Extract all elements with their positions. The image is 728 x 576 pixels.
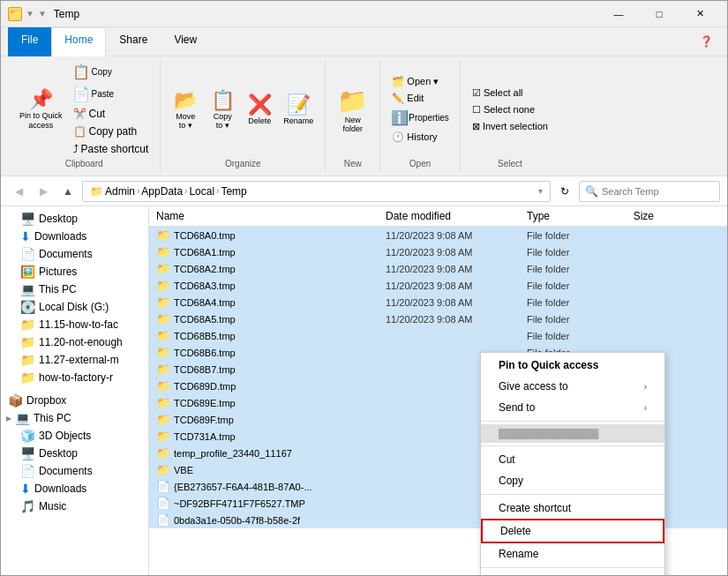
tab-view[interactable]: View <box>161 27 210 56</box>
open-button[interactable]: 🗂️ Open ▾ <box>387 74 453 89</box>
search-box[interactable]: 🔍 <box>579 181 720 202</box>
ctx-give-access[interactable]: Give access to › <box>481 376 664 397</box>
select-all-button[interactable]: ☑ Select all <box>468 86 552 101</box>
ctx-delete[interactable]: Delete <box>481 519 664 543</box>
invert-selection-button[interactable]: ⊠ Invert selection <box>468 119 552 134</box>
sidebar-item-pictures-fav[interactable]: 🖼️ Pictures <box>1 263 148 281</box>
history-button[interactable]: 🕐 History <box>387 130 453 145</box>
table-row[interactable]: 📁 TCD68A5.tmp 11/20/2023 9:08 AM File fo… <box>149 310 727 327</box>
sidebar-item-desktop[interactable]: 🖥️ Desktop <box>1 445 148 462</box>
ctx-create-shortcut[interactable]: Create shortcut <box>481 497 664 519</box>
table-row[interactable]: 📁 TCD68A1.tmp 11/20/2023 9:08 AM File fo… <box>149 243 727 260</box>
back-button[interactable]: ◀ <box>8 181 29 202</box>
ribbon-group-clipboard: 📌 Pin to Quickaccess 📋 Copy 📄 Paste ✂️ C… <box>8 60 161 172</box>
paste-icon: 📄 <box>72 86 90 102</box>
select-none-button[interactable]: ☐ Select none <box>468 102 552 117</box>
properties-button[interactable]: ℹ️ Properties <box>387 108 453 128</box>
file-name: TCD731A.tmp <box>174 431 236 442</box>
table-row[interactable]: 📁 TCD68A3.tmp 11/20/2023 9:08 AM File fo… <box>149 277 727 294</box>
ctx-give-access-label: Give access to <box>499 380 568 393</box>
copy-path-button[interactable]: 📋 Copy path <box>69 123 154 139</box>
col-name-header[interactable]: Name <box>149 208 379 224</box>
table-row[interactable]: 📁 TCD68A2.tmp 11/20/2023 9:08 AM File fo… <box>149 260 727 277</box>
ctx-blurred-field: ████████████████ <box>499 429 598 438</box>
delete-ribbon-button[interactable]: ❌ Delete <box>242 91 277 128</box>
path-sep3: › <box>216 186 219 196</box>
ctx-give-access-arrow: › <box>644 382 647 392</box>
pin-label: Pin to Quickaccess <box>19 111 63 131</box>
app-icon: 📁 <box>8 7 22 21</box>
ctx-rename[interactable]: Rename <box>481 543 664 565</box>
edit-button[interactable]: ✏️ Edit <box>387 91 453 106</box>
sidebar-item-3dobjects[interactable]: 🧊 3D Objects <box>1 427 148 445</box>
sidebar-item-documents-fav[interactable]: 📄 Documents <box>1 245 148 263</box>
path-local: Local <box>189 185 214 198</box>
tab-file[interactable]: File <box>8 27 51 56</box>
sidebar-item-folder1[interactable]: 📁 11.15-how-to-fac <box>1 316 148 333</box>
file-name: ~DF92BFF4711F7F6527.TMP <box>174 498 305 509</box>
copy-button[interactable]: 📋 Copy <box>69 62 154 82</box>
pasteshortcut-label: Paste shortcut <box>81 143 149 155</box>
tab-home[interactable]: Home <box>51 27 106 56</box>
copy-to-button[interactable]: 📋 Copyto ▾ <box>205 86 240 132</box>
file-date: 11/20/2023 9:08 AM <box>379 262 520 276</box>
col-size-header[interactable]: Size <box>608 208 661 224</box>
rename-button[interactable]: 📝 Rename <box>279 91 318 128</box>
help-button[interactable]: ❓ <box>695 31 717 52</box>
minimize-button[interactable]: — <box>598 1 639 27</box>
paste-shortcut-button[interactable]: ⤴ Paste shortcut <box>69 141 154 157</box>
title-bar: 📁 ▼ ▼ Temp — □ ✕ <box>1 1 727 27</box>
music-icon: 🎵 <box>20 499 35 513</box>
sidebar-item-folder2[interactable]: 📁 11.20-not-enough <box>1 333 148 351</box>
tab-share[interactable]: Share <box>106 27 161 56</box>
sidebar-item-downloads[interactable]: ⬇ Downloads <box>1 480 148 497</box>
address-path[interactable]: 📁 Admin › AppData › Local › Temp ▾ <box>82 181 551 202</box>
path-admin: Admin <box>105 185 135 198</box>
cut-button[interactable]: ✂️ Cut <box>69 106 154 122</box>
file-size <box>608 267 661 271</box>
paste-button[interactable]: 📄 Paste <box>69 84 154 104</box>
desktop-icon: 🖥️ <box>20 446 35 460</box>
ctx-cut[interactable]: Cut <box>481 449 664 470</box>
move-to-button[interactable]: 📂 Moveto ▾ <box>168 86 203 132</box>
sidebar-item-thispc-fav[interactable]: 💻 This PC <box>1 281 148 298</box>
sidebar-item-thispc[interactable]: ▶ 💻 This PC <box>1 409 148 427</box>
search-input[interactable] <box>602 186 724 197</box>
pictures-fav-icon: 🖼️ <box>20 265 35 279</box>
copy-icon: 📋 <box>72 64 90 80</box>
select-col: ☑ Select all ☐ Select none ⊠ Invert sele… <box>468 86 552 134</box>
maximize-button[interactable]: □ <box>639 1 679 27</box>
table-row[interactable]: 📁 TCD68A0.tmp 11/20/2023 9:08 AM File fo… <box>149 227 727 243</box>
sidebar-item-documents[interactable]: 📄 Documents <box>1 462 148 480</box>
refresh-button[interactable]: ↻ <box>554 181 575 202</box>
sidebar-item-folder4[interactable]: 📁 how-to-factory-r <box>1 369 148 386</box>
close-button[interactable]: ✕ <box>679 1 720 27</box>
sidebar-item-dropbox[interactable]: 📦 Dropbox <box>1 392 148 409</box>
sidebar-item-desktop-fav[interactable]: 🖥️ Desktop <box>1 210 148 228</box>
sidebar-item-folder3[interactable]: 📁 11.27-external-m <box>1 351 148 369</box>
sidebar-item-downloads-fav[interactable]: ⬇ Downloads <box>1 228 148 245</box>
rename-icon: 📝 <box>287 94 311 116</box>
file-size <box>608 334 661 338</box>
ctx-pin-quick-access[interactable]: Pin to Quick access <box>481 355 664 376</box>
table-row[interactable]: 📁 TCD68A4.tmp 11/20/2023 9:08 AM File fo… <box>149 294 727 310</box>
up-button[interactable]: ▲ <box>57 181 79 202</box>
folder-icon: 📁 <box>156 363 170 376</box>
sidebar-item-localdisk[interactable]: 💽 Local Disk (G:) <box>1 298 148 316</box>
window-controls: — □ ✕ <box>598 1 720 27</box>
col-type-header[interactable]: Type <box>520 208 608 224</box>
ctx-send-to[interactable]: Send to › <box>481 397 664 418</box>
pin-to-quick-access-button[interactable]: 📌 Pin to Quickaccess <box>15 86 67 133</box>
forward-button[interactable]: ▶ <box>33 181 54 202</box>
file-size <box>608 301 661 304</box>
table-row[interactable]: 📁 TCD68B5.tmp File folder <box>149 327 727 344</box>
downloads-fav-icon: ⬇ <box>20 229 31 243</box>
new-folder-button[interactable]: 📁 Newfolder <box>333 84 372 136</box>
sidebar-item-music[interactable]: 🎵 Music <box>1 497 148 515</box>
folder-icon: 📁 <box>156 329 170 342</box>
ctx-properties[interactable]: Properties <box>481 571 664 576</box>
pasteshortcut-icon: ⤴ <box>73 143 79 155</box>
ctx-copy[interactable]: Copy <box>481 470 664 491</box>
new-group-label: New <box>333 159 372 170</box>
col-date-header[interactable]: Date modified <box>379 208 520 224</box>
